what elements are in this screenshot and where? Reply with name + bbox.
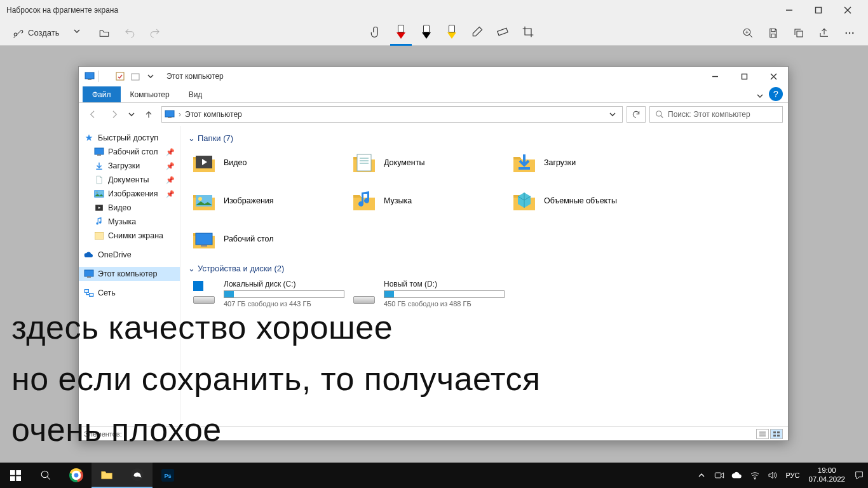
minimize-button[interactable] bbox=[775, 0, 803, 20]
nav-refresh[interactable] bbox=[627, 106, 646, 123]
svg-point-11 bbox=[849, 32, 850, 33]
svg-rect-40 bbox=[519, 167, 530, 170]
svg-rect-4 bbox=[498, 28, 508, 35]
qat-dropdown[interactable] bbox=[144, 69, 158, 83]
ruler-button[interactable] bbox=[492, 20, 513, 46]
address-bar[interactable]: › Этот компьютер bbox=[161, 106, 623, 123]
folder-icon bbox=[94, 231, 104, 241]
folder-item[interactable]: Загрузки bbox=[508, 147, 667, 179]
pin-icon: 📌 bbox=[166, 176, 175, 184]
nav-back[interactable] bbox=[84, 105, 102, 123]
explorer-titlebar[interactable]: Этот компьютер bbox=[79, 67, 788, 86]
svg-line-24 bbox=[661, 116, 663, 118]
crop-button[interactable] bbox=[517, 20, 539, 46]
sidebar-network[interactable]: Сеть bbox=[79, 286, 180, 300]
taskbar-chrome[interactable] bbox=[61, 463, 92, 488]
folder-icon bbox=[191, 226, 217, 252]
folder-item[interactable]: Изображения bbox=[188, 185, 347, 217]
sidebar-item[interactable]: Видео bbox=[79, 201, 180, 215]
eraser-button[interactable] bbox=[466, 20, 488, 46]
tray-volume-icon[interactable] bbox=[764, 463, 782, 488]
view-details[interactable] bbox=[756, 429, 769, 439]
drive-item[interactable]: Локальный диск (C:)407 ГБ свободно из 44… bbox=[188, 277, 347, 310]
pin-icon: 📌 bbox=[166, 148, 175, 156]
zoom-button[interactable] bbox=[737, 23, 759, 43]
folder-item[interactable]: Видео bbox=[188, 147, 347, 179]
ribbon-expand[interactable] bbox=[756, 92, 764, 100]
svg-rect-26 bbox=[97, 154, 101, 156]
qat-properties-icon[interactable] bbox=[113, 69, 127, 83]
drive-item[interactable]: Новый том (D:)450 ГБ свободно из 488 ГБ bbox=[348, 277, 507, 310]
taskbar-explorer[interactable] bbox=[92, 463, 122, 488]
sidebar-onedrive[interactable]: OneDrive bbox=[79, 248, 180, 262]
tray-notifications[interactable] bbox=[850, 463, 868, 488]
explorer-maximize[interactable] bbox=[729, 67, 759, 86]
nav-recent[interactable] bbox=[127, 105, 136, 123]
start-button[interactable] bbox=[0, 463, 31, 488]
copy-button[interactable] bbox=[788, 23, 810, 43]
explorer-system-icon[interactable] bbox=[83, 69, 97, 83]
more-button[interactable] bbox=[839, 23, 860, 43]
ribbon-help[interactable]: ? bbox=[769, 87, 783, 101]
svg-point-42 bbox=[198, 197, 202, 201]
sidebar-item[interactable]: Изображения📌 bbox=[79, 187, 180, 201]
tray-overflow[interactable] bbox=[693, 463, 710, 488]
sidebar-item[interactable]: Документы📌 bbox=[79, 173, 180, 187]
save-button[interactable] bbox=[763, 23, 784, 43]
ribbon-tab-file[interactable]: Файл bbox=[83, 86, 121, 102]
new-snip-button[interactable]: Создать bbox=[8, 23, 64, 43]
search-button[interactable] bbox=[31, 463, 61, 488]
breadcrumb[interactable]: Этот компьютер bbox=[185, 110, 242, 119]
sidebar-item[interactable]: Рабочий стол📌 bbox=[79, 145, 180, 159]
new-snip-dropdown[interactable] bbox=[68, 23, 90, 43]
nav-forward[interactable] bbox=[105, 105, 123, 123]
folder-item[interactable]: Рабочий стол bbox=[188, 223, 347, 255]
svg-rect-51 bbox=[777, 435, 780, 437]
highlighter-button[interactable] bbox=[441, 20, 463, 46]
ribbon-tab-computer[interactable]: Компьютер bbox=[121, 86, 179, 102]
tray-language[interactable]: РУС bbox=[782, 471, 803, 479]
svg-rect-22 bbox=[168, 117, 172, 118]
folder-item[interactable]: Музыка bbox=[348, 185, 507, 217]
search-icon bbox=[655, 110, 664, 119]
explorer-minimize[interactable] bbox=[700, 67, 729, 86]
ribbon-tab-view[interactable]: Вид bbox=[179, 86, 212, 102]
tray-meet-now-icon[interactable] bbox=[710, 463, 728, 488]
sidebar-item[interactable]: Снимки экрана bbox=[79, 229, 180, 243]
address-dropdown[interactable] bbox=[606, 111, 620, 118]
redo-button[interactable] bbox=[144, 23, 166, 43]
share-button[interactable] bbox=[813, 23, 835, 43]
tray-wifi-icon[interactable] bbox=[746, 463, 764, 488]
nav-up[interactable] bbox=[140, 105, 158, 123]
svg-rect-16 bbox=[132, 74, 139, 80]
sidebar-item[interactable]: Музыка bbox=[79, 215, 180, 229]
pen-red-button[interactable] bbox=[390, 20, 412, 46]
touch-write-button[interactable] bbox=[365, 20, 386, 46]
undo-button[interactable] bbox=[119, 23, 140, 43]
qat-newfolder-icon[interactable] bbox=[128, 69, 142, 83]
explorer-content[interactable]: ⌄ Папки (7) ВидеоДокументыЗагрузкиИзобра… bbox=[180, 126, 788, 426]
search-box[interactable]: Поиск: Этот компьютер bbox=[649, 106, 783, 123]
group-drives-header[interactable]: ⌄ Устройства и диски (2) bbox=[188, 264, 780, 273]
sidebar-this-pc[interactable]: Этот компьютер bbox=[79, 267, 180, 281]
folder-item[interactable]: Документы bbox=[348, 147, 507, 179]
sidebar-quick-access[interactable]: Быстрый доступ bbox=[79, 131, 180, 145]
tray-clock[interactable]: 19:00 07.04.2022 bbox=[803, 466, 850, 484]
maximize-button[interactable] bbox=[804, 0, 832, 20]
svg-rect-44 bbox=[201, 245, 207, 247]
sidebar-item[interactable]: Загрузки📌 bbox=[79, 159, 180, 173]
svg-point-12 bbox=[852, 32, 853, 33]
close-button[interactable] bbox=[834, 0, 862, 20]
folder-icon bbox=[94, 161, 104, 171]
taskbar-snip-sketch[interactable] bbox=[122, 463, 153, 488]
explorer-close[interactable] bbox=[759, 67, 788, 86]
drive-icon bbox=[191, 280, 217, 306]
svg-rect-31 bbox=[85, 270, 93, 276]
open-file-button[interactable] bbox=[93, 23, 115, 43]
pencil-button[interactable] bbox=[416, 20, 437, 46]
view-large-icons[interactable] bbox=[770, 429, 783, 439]
folder-item[interactable]: Объемные объекты bbox=[508, 185, 667, 217]
tray-onedrive-icon[interactable] bbox=[728, 463, 746, 488]
group-folders-header[interactable]: ⌄ Папки (7) bbox=[188, 133, 780, 143]
taskbar-photoshop[interactable]: Ps bbox=[153, 463, 183, 488]
